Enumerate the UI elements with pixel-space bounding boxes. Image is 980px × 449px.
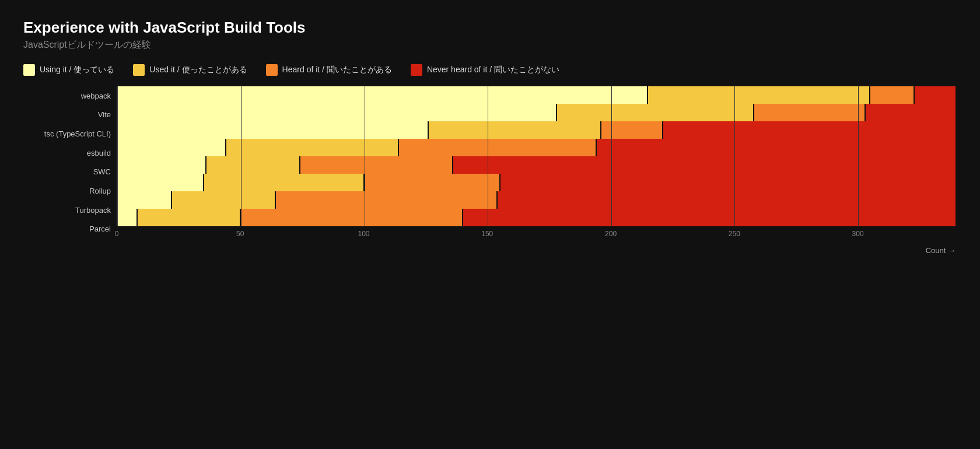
bar-segment-used [226, 139, 399, 156]
chart-area: webpackVitetsc (TypeScript CLI)esbuildSW… [23, 86, 957, 255]
bar-segment-using [118, 156, 206, 174]
chart-subtitle: JavaScriptビルドツールの経験 [23, 39, 957, 51]
bar-segment-heard [300, 156, 453, 174]
bar-segment-using [118, 121, 429, 139]
bar-segment-never [498, 191, 957, 209]
legend-item-never: Never heard of it / 聞いたことがない [411, 64, 559, 76]
bar-segment-used [557, 104, 754, 121]
legend-label-using: Using it / 使っている [40, 65, 114, 75]
legend-label-never: Never heard of it / 聞いたことがない [427, 65, 559, 75]
bar-row [118, 156, 957, 174]
y-label: Parcel [23, 220, 111, 238]
bars-container [117, 86, 957, 226]
legend-item-using: Using it / 使っている [23, 64, 114, 76]
x-axis-label: Count → [117, 246, 957, 255]
legend-item-used: Used it / 使ったことがある [133, 64, 247, 76]
legend-label-used: Used it / 使ったことがある [149, 65, 247, 75]
y-label: Rollup [23, 182, 111, 199]
bar-segment-used [429, 121, 601, 139]
bar-row [118, 191, 957, 209]
bar-row [118, 209, 957, 226]
legend-label-heard: Heard of it / 聞いたことがある [282, 65, 392, 75]
legend-swatch-used [133, 64, 145, 76]
bar-segment-used [206, 156, 300, 174]
bar-segment-using [118, 209, 138, 226]
bar-segment-using [118, 174, 204, 191]
bar-segment-used [172, 191, 276, 209]
bar-row [118, 121, 957, 139]
bar-row [118, 86, 957, 104]
bar-segment-heard [276, 191, 498, 209]
x-tick: 250 [729, 230, 740, 238]
chart-right: 050100150200250300 Count → [117, 86, 957, 255]
x-tick: 200 [605, 230, 617, 238]
bar-segment-heard [601, 121, 663, 139]
bar-segment-heard [870, 86, 915, 104]
bar-segment-heard [399, 139, 596, 156]
bar-segment-using [118, 86, 648, 104]
x-tick: 300 [852, 230, 864, 238]
legend: Using it / 使っている Used it / 使ったことがある Hear… [23, 64, 957, 76]
x-tick: 150 [481, 230, 493, 238]
bar-segment-using [118, 139, 226, 156]
bar-segment-used [204, 174, 365, 191]
x-tick: 100 [358, 230, 370, 238]
x-axis: 050100150200250300 [117, 230, 957, 244]
chart-title: Experience with JavaScript Build Tools [23, 19, 957, 37]
legend-item-heard: Heard of it / 聞いたことがある [266, 64, 392, 76]
y-labels: webpackVitetsc (TypeScript CLI)esbuildSW… [23, 86, 117, 255]
bar-segment-never [915, 86, 957, 104]
bar-segment-never [453, 156, 957, 174]
bar-segment-never [463, 209, 957, 226]
y-label: Vite [23, 106, 111, 124]
bar-segment-using [118, 104, 557, 121]
bar-segment-never [597, 139, 957, 156]
legend-swatch-never [411, 64, 422, 76]
y-label: webpack [23, 87, 111, 104]
bar-segment-never [663, 121, 957, 139]
legend-swatch-heard [266, 64, 278, 76]
bar-segment-heard [365, 174, 501, 191]
bar-segment-used [138, 209, 242, 226]
y-label: Turbopack [23, 201, 111, 219]
x-tick: 50 [236, 230, 244, 238]
bar-row [118, 139, 957, 156]
bar-row [118, 174, 957, 191]
legend-swatch-using [23, 64, 35, 76]
bar-segment-used [648, 86, 870, 104]
bar-segment-never [501, 174, 957, 191]
y-label: esbuild [23, 144, 111, 162]
bar-segment-using [118, 191, 172, 209]
bar-segment-heard [754, 104, 865, 121]
y-label: SWC [23, 163, 111, 181]
bar-segment-never [866, 104, 957, 121]
x-tick: 0 [115, 230, 119, 238]
bar-segment-heard [241, 209, 463, 226]
y-label: tsc (TypeScript CLI) [23, 125, 111, 143]
bar-row [118, 104, 957, 121]
